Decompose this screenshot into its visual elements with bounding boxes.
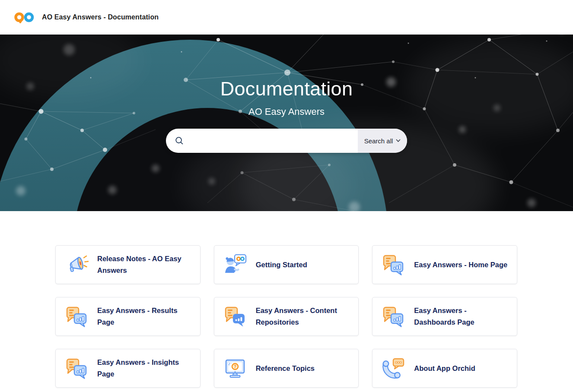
card-label: Easy Answers - Content Repositories <box>256 305 351 328</box>
topics-section: Release Notes - AO Easy Answers Getting … <box>0 211 573 392</box>
chat-dots-icon <box>223 304 247 329</box>
hero-banner: Documentation AO Easy Answers Search all <box>0 35 573 211</box>
chevron-down-icon <box>396 139 401 142</box>
top-bar: AO Easy Answers - Documentation <box>0 0 573 35</box>
phone-chat-icon <box>381 356 405 380</box>
search-scope-dropdown[interactable]: Search all <box>358 129 407 153</box>
card-label: Reference Topics <box>256 363 315 374</box>
card-getting-started[interactable]: Getting Started <box>214 245 359 284</box>
app-title: AO Easy Answers - Documentation <box>42 13 159 21</box>
megaphone-icon <box>64 253 89 277</box>
chat-chart-icon <box>381 253 405 277</box>
card-label: Easy Answers - Home Page <box>414 259 507 271</box>
card-results-page[interactable]: Easy Answers - Results Page <box>55 297 201 336</box>
card-home-page[interactable]: Easy Answers - Home Page <box>372 245 517 284</box>
monitor-question-icon <box>223 356 247 380</box>
card-label: About App Orchid <box>414 363 475 374</box>
card-label: Easy Answers - Dashboards Page <box>414 305 509 328</box>
ao-logo-icon[interactable] <box>14 10 34 24</box>
page-title: Documentation <box>0 78 573 100</box>
chat-chart-icon <box>64 356 89 380</box>
search-scope-label: Search all <box>364 137 393 145</box>
chat-chart-icon <box>64 304 89 329</box>
search-icon[interactable] <box>166 136 189 145</box>
search-input[interactable] <box>189 129 358 153</box>
cards-grid: Release Notes - AO Easy Answers Getting … <box>55 245 517 388</box>
chat-chart-icon <box>381 304 405 329</box>
card-about-app-orchid[interactable]: About App Orchid <box>372 349 517 388</box>
card-label: Getting Started <box>256 259 307 271</box>
card-dashboards-page[interactable]: Easy Answers - Dashboards Page <box>372 297 517 336</box>
person-chat-icon <box>223 253 247 277</box>
card-label: Easy Answers - Results Page <box>97 305 192 328</box>
card-reference-topics[interactable]: Reference Topics <box>214 349 359 388</box>
page-subtitle: AO Easy Answers <box>0 106 573 117</box>
card-content-repositories[interactable]: Easy Answers - Content Repositories <box>214 297 359 336</box>
search-bar: Search all <box>166 129 407 153</box>
card-insights-page[interactable]: Easy Answers - Insights Page <box>55 349 201 388</box>
card-label: Easy Answers - Insights Page <box>97 357 192 380</box>
card-label: Release Notes - AO Easy Answers <box>97 253 192 276</box>
card-release-notes[interactable]: Release Notes - AO Easy Answers <box>55 245 201 284</box>
